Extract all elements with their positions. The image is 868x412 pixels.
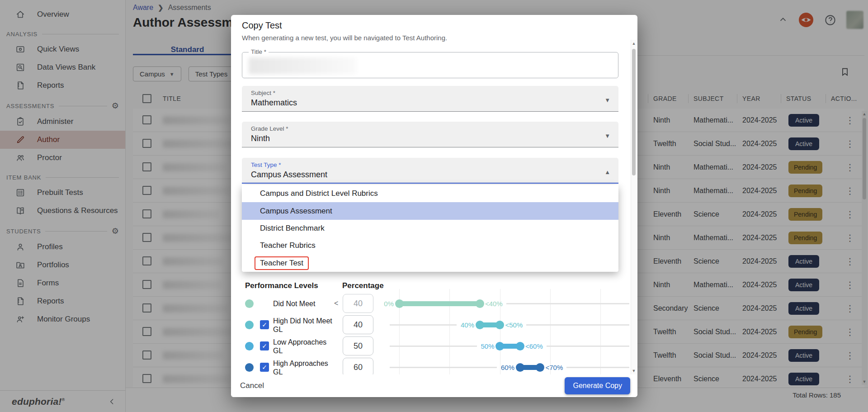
level-label: High Approaches GL (273, 357, 334, 374)
test-type-dropdown: Campus and District Level RubricsCampus … (242, 185, 618, 272)
caret-down-icon: ▼ (604, 133, 610, 139)
level-checkbox[interactable]: ✓ (260, 363, 269, 372)
level-label: Did Not Meet (273, 293, 334, 314)
performance-level-row: ✓High Did Not Meet GL40%<50% (231, 314, 637, 336)
slider-range-end-label: <40% (485, 300, 503, 308)
grade-level-value: Ninth (251, 134, 270, 143)
dropdown-option-label: Campus and District Level Rubrics (260, 189, 378, 198)
slider-range-end-label: <70% (546, 364, 563, 371)
slider-handle[interactable] (516, 363, 524, 372)
subject-value: Mathematics (251, 98, 297, 108)
level-color-dot (245, 321, 254, 329)
level-color-dot (245, 363, 254, 372)
performance-level-row: Did Not Meet<0%<40% (231, 293, 637, 314)
less-than-symbol: < (334, 299, 338, 308)
percentage-input[interactable] (343, 294, 373, 313)
percentage-input[interactable] (343, 336, 373, 355)
copy-test-dialog: Copy Test When generating a new test, yo… (231, 15, 637, 397)
dialog-scrollbar[interactable]: ▲ ▼ (631, 40, 636, 374)
dropdown-option-campus-and-district-level-rubrics[interactable]: Campus and District Level Rubrics (242, 185, 618, 202)
performance-slider[interactable] (399, 301, 480, 306)
dialog-title: Copy Test (242, 20, 282, 31)
slider-handle[interactable] (495, 342, 504, 350)
slider-handle[interactable] (516, 342, 524, 350)
slider-range-start-label: 0% (384, 300, 394, 308)
dropdown-option-label: Teacher Test (255, 256, 309, 270)
slider-range-start-label: 40% (461, 321, 474, 329)
caret-down-icon: ▼ (604, 97, 610, 104)
slider-range-start-label: 50% (481, 342, 494, 350)
dialog-subtitle: When generating a new test, you will be … (242, 34, 447, 42)
test-type-value: Campus Assessment (251, 170, 327, 180)
caret-up-icon: ▲ (604, 169, 610, 175)
dialog-footer: Cancel Generate Copy (231, 374, 637, 397)
slider-handle[interactable] (476, 321, 484, 329)
title-field-redacted-value (249, 57, 356, 74)
dropdown-option-label: Teacher Rubrics (260, 241, 316, 250)
dropdown-option-label: District Benchmark (260, 224, 325, 233)
cancel-button[interactable]: Cancel (240, 381, 264, 390)
dropdown-option-label: Campus Assessment (260, 207, 332, 216)
level-color-dot (245, 299, 254, 308)
performance-levels-header: Performance Levels (245, 281, 318, 290)
slider-handle[interactable] (476, 299, 484, 308)
level-color-dot (245, 342, 254, 350)
level-checkbox[interactable]: ✓ (260, 320, 269, 329)
level-checkbox[interactable]: ✓ (260, 341, 269, 350)
percentage-input[interactable] (343, 358, 373, 374)
performance-level-row: ✓Low Approaches GL50%<60% (231, 336, 637, 357)
dropdown-option-district-benchmark[interactable]: District Benchmark (242, 220, 618, 237)
title-field[interactable]: Title * (242, 52, 618, 78)
grade-level-select[interactable]: Grade Level * Ninth ▼ (242, 122, 618, 147)
slider-handle[interactable] (536, 363, 544, 372)
performance-level-row: ✓High Approaches GL60%<70% (231, 357, 637, 374)
slider-handle[interactable] (395, 299, 404, 308)
test-type-select[interactable]: Test Type * Campus Assessment ▲ (242, 158, 618, 184)
scroll-up-icon[interactable]: ▲ (631, 41, 637, 46)
percentage-header: Percentage (342, 281, 384, 290)
subject-select[interactable]: Subject * Mathematics ▼ (242, 86, 618, 112)
dropdown-option-teacher-test[interactable]: Teacher Test (242, 255, 618, 272)
slider-range-start-label: 60% (501, 364, 514, 371)
slider-handle[interactable] (495, 321, 504, 329)
dropdown-option-teacher-rubrics[interactable]: Teacher Rubrics (242, 237, 618, 254)
scroll-down-icon[interactable]: ▼ (631, 369, 637, 373)
slider-range-end-label: <60% (525, 342, 543, 350)
dropdown-option-campus-assessment[interactable]: Campus Assessment (242, 202, 618, 219)
level-label: Low Approaches GL (273, 336, 334, 357)
slider-range-end-label: <50% (505, 321, 523, 329)
dialog-scroll-area: Copy Test When generating a new test, yo… (231, 15, 637, 374)
title-field-label: Title * (249, 48, 269, 55)
percentage-input[interactable] (343, 315, 373, 334)
level-label: High Did Not Meet GL (273, 314, 334, 336)
generate-copy-button[interactable]: Generate Copy (565, 377, 630, 394)
